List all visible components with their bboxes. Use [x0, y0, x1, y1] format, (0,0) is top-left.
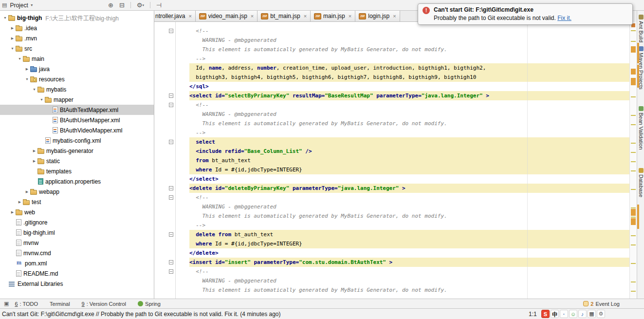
- tool-window-icon[interactable]: ▤: [2, 2, 7, 8]
- tree-item-java[interactable]: ▶java: [0, 64, 154, 74]
- code-line[interactable]: -->: [189, 221, 629, 230]
- editor-gutter[interactable]: [154, 22, 176, 299]
- tree-item-btauthtextmapper.xml[interactable]: BtAuthTextMapper.xml: [0, 105, 154, 115]
- fix-it-link[interactable]: Fix it.: [557, 15, 571, 21]
- code-line[interactable]: select: [189, 137, 629, 147]
- tree-item-big-thigh[interactable]: ▼big-thighF:\大三上\软件工程\big-thigh: [0, 13, 154, 23]
- tree-item-external-libraries[interactable]: External Libraries: [0, 279, 154, 289]
- punctuation-icon[interactable]: ·: [560, 310, 568, 318]
- code-line[interactable]: from bt_auth_text: [189, 156, 629, 165]
- code-line[interactable]: <delete id="deleteByPrimaryKey" paramete…: [189, 184, 629, 193]
- code-line[interactable]: WARNING - @mbggenerated: [189, 110, 629, 119]
- tree-item-web[interactable]: ▶web: [0, 207, 154, 217]
- notification-balloon[interactable]: ! Can't start Git: F:\git\Git\cmd\git.ex…: [418, 3, 633, 25]
- code-line[interactable]: <include refid="Base_Column_List" />: [189, 147, 629, 156]
- fold-marker-icon[interactable]: [169, 94, 173, 98]
- editor-tab-bt_main.jsp[interactable]: bt_main.jsp×: [258, 11, 311, 21]
- code-line[interactable]: delete from bt_auth_text: [189, 230, 629, 239]
- tree-item-src[interactable]: ▼src: [0, 43, 154, 54]
- settings-gear-icon[interactable]: ⚙▾: [137, 0, 144, 10]
- tool-stripe-tab-bean-validation[interactable]: Bean Validation: [638, 106, 644, 150]
- chevron-collapsed-icon[interactable]: ▶: [9, 37, 16, 40]
- code-line[interactable]: </delete>: [189, 248, 629, 258]
- fold-marker-icon[interactable]: [169, 103, 173, 107]
- code-line[interactable]: <!--: [189, 267, 629, 276]
- tool-stripe-tab-database[interactable]: Database: [638, 168, 644, 197]
- editor[interactable]: <!--WARNING - @mbggeneratedThis element …: [154, 22, 629, 299]
- keyboard-icon[interactable]: ▦: [588, 310, 596, 318]
- tree-item-.gitignore[interactable]: .gitignore: [0, 217, 154, 227]
- code-line[interactable]: -->: [189, 54, 629, 63]
- code-line[interactable]: where Id = #{id,jdbcType=INTEGER}: [189, 165, 629, 174]
- fold-marker-icon[interactable]: [169, 269, 173, 274]
- tree-item-static[interactable]: ▶static: [0, 156, 154, 166]
- code-line[interactable]: This element is automatically generated …: [189, 285, 629, 295]
- code-line[interactable]: WARNING - @mbggenerated: [189, 276, 629, 285]
- tool-button-todo[interactable]: 6: TODO: [15, 301, 38, 307]
- code-line[interactable]: -->: [189, 128, 629, 137]
- close-tab-icon[interactable]: ×: [349, 13, 351, 19]
- code-line[interactable]: This element is automatically generated …: [189, 119, 629, 128]
- tree-item-mybatis[interactable]: ▼mybatis: [0, 84, 154, 94]
- tool-windows-toggle-icon[interactable]: ▣: [4, 300, 9, 307]
- editor-tab-ntroller.java[interactable]: ntroller.java×: [154, 11, 196, 21]
- hide-panel-icon[interactable]: ⊣: [156, 0, 162, 10]
- editor-tab-main.jsp[interactable]: main.jsp×: [311, 11, 355, 21]
- chevron-expanded-icon[interactable]: ▼: [2, 16, 8, 19]
- collapse-all-icon[interactable]: ⊟: [119, 0, 125, 10]
- tool-stripe-tab-ant-build[interactable]: Ant Build: [638, 15, 644, 42]
- tree-item-readme.md[interactable]: README.md: [0, 268, 154, 279]
- tree-item-mapper[interactable]: ▼mapper: [0, 94, 154, 105]
- tool-button-spring[interactable]: Spring: [138, 301, 161, 307]
- fold-marker-icon[interactable]: [169, 260, 173, 264]
- chevron-collapsed-icon[interactable]: ▶: [17, 200, 23, 204]
- code-line[interactable]: <!--: [189, 193, 629, 202]
- chevron-expanded-icon[interactable]: ▼: [9, 47, 16, 50]
- tree-item-big-thigh.iml[interactable]: big-thigh.iml: [0, 227, 154, 238]
- fold-marker-icon[interactable]: [169, 140, 173, 144]
- code-line[interactable]: </select>: [189, 174, 629, 184]
- fold-marker-icon[interactable]: [169, 29, 173, 33]
- chinese-mode-icon[interactable]: 中: [551, 310, 559, 318]
- close-tab-icon[interactable]: ×: [304, 13, 307, 19]
- tree-item-.idea[interactable]: ▶.idea: [0, 23, 154, 33]
- chevron-collapsed-icon[interactable]: ▶: [24, 67, 30, 71]
- chevron-expanded-icon[interactable]: ▼: [24, 77, 30, 81]
- chevron-collapsed-icon[interactable]: ▶: [31, 159, 37, 163]
- tree-item-resources[interactable]: ▼resources: [0, 74, 154, 84]
- tree-item-mybatis-config.xml[interactable]: mybatis-config.xml: [0, 135, 154, 146]
- code-line[interactable]: <!--: [189, 100, 629, 110]
- tree-item-btauthvideomapper.xml[interactable]: BtAuthVideoMapper.xml: [0, 125, 154, 135]
- project-panel-title[interactable]: Project: [10, 2, 28, 9]
- editor-tab-video_main.jsp[interactable]: video_main.jsp×: [196, 11, 258, 21]
- code-line[interactable]: </sql>: [189, 82, 629, 91]
- code-line[interactable]: This element is automatically generated …: [189, 211, 629, 221]
- tree-item-btauthusermapper.xml[interactable]: BtAuthUserMapper.xml: [0, 115, 154, 125]
- error-stripe[interactable]: [629, 22, 637, 299]
- emoji-icon[interactable]: ☺: [569, 310, 577, 318]
- fold-marker-icon[interactable]: [169, 232, 173, 237]
- editor-tab-login.jsp[interactable]: login.jsp×: [355, 11, 400, 21]
- sogou-logo-icon[interactable]: S: [541, 310, 550, 318]
- tool-button-version-control[interactable]: 9: Version Control: [82, 301, 126, 307]
- chevron-collapsed-icon[interactable]: ▶: [9, 26, 16, 30]
- status-message[interactable]: Can't start Git: F:\git\Git\cmd\git.exe …: [0, 311, 281, 318]
- tool-button-event-log[interactable]: 2Event Log: [583, 301, 620, 307]
- tree-item-test[interactable]: ▶test: [0, 197, 154, 207]
- tree-item-mvnw[interactable]: mvnw: [0, 238, 154, 248]
- code-line[interactable]: where Id = #{id,jdbcType=INTEGER}: [189, 239, 629, 248]
- code-line[interactable]: <select id="selectByPrimaryKey" resultMa…: [189, 91, 629, 100]
- code-line[interactable]: bigthigh3, bigthigh4, bigthigh5, bigthig…: [189, 73, 629, 82]
- fold-marker-icon[interactable]: [169, 195, 173, 200]
- tree-item-.mvn[interactable]: ▶.mvn: [0, 33, 154, 43]
- caret-position[interactable]: 1:1: [529, 311, 537, 318]
- close-tab-icon[interactable]: ×: [188, 13, 191, 19]
- locate-icon[interactable]: ⊕: [108, 0, 113, 10]
- tree-item-mvnw.cmd[interactable]: mvnw.cmd: [0, 248, 154, 258]
- tree-item-main[interactable]: ▼main: [0, 54, 154, 64]
- tree-item-templates[interactable]: templates: [0, 166, 154, 176]
- code-area[interactable]: <!--WARNING - @mbggeneratedThis element …: [189, 26, 629, 295]
- tree-item-application.properties[interactable]: application.properties: [0, 176, 154, 187]
- code-line[interactable]: This element is automatically generated …: [189, 45, 629, 54]
- code-line[interactable]: WARNING - @mbggenerated: [189, 202, 629, 211]
